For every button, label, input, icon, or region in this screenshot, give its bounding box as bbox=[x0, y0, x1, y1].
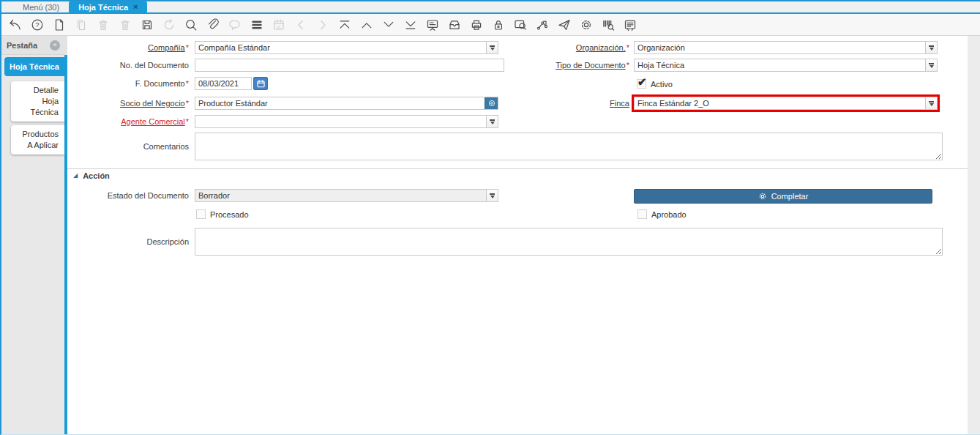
tipo-documento-input[interactable] bbox=[635, 59, 925, 71]
label-f-documento: F. Documento* bbox=[67, 77, 189, 90]
sidebar-tab-hoja-tecnica[interactable]: Hoja Técnica bbox=[4, 57, 64, 76]
label-no-documento: No. del Documento bbox=[67, 59, 189, 72]
label-tipo-documento: Tipo de Documento* bbox=[477, 59, 629, 72]
label-descripcion: Descripción bbox=[67, 235, 189, 248]
grid-toggle-icon[interactable] bbox=[249, 17, 265, 33]
sidebar-collapse-icon[interactable]: « bbox=[50, 40, 60, 51]
svg-text:31: 31 bbox=[277, 24, 281, 29]
label-compania: Compañía* bbox=[67, 41, 189, 54]
print-icon[interactable] bbox=[468, 17, 485, 33]
sidebar-tab-detalle-hoja-tecnica[interactable]: Detalle Hoja Técnica bbox=[11, 81, 64, 122]
finca-highlight-box bbox=[632, 94, 940, 112]
report-icon[interactable] bbox=[424, 17, 441, 33]
form-panel: Compañía* Organización.* No. del Documen… bbox=[67, 36, 968, 434]
procesado-checkbox[interactable] bbox=[196, 209, 206, 219]
parent-record-icon bbox=[293, 17, 309, 33]
accion-section-header: ◢ Acción bbox=[73, 171, 110, 180]
estado-documento-dropdown-icon[interactable] bbox=[486, 190, 498, 201]
window-tabbar: Menú (30) Hoja Técnica × bbox=[1, 1, 980, 14]
toolbar: ?31 bbox=[1, 14, 980, 36]
last-record-icon[interactable] bbox=[403, 17, 419, 33]
agente-comercial-input[interactable] bbox=[195, 116, 486, 127]
first-record-icon[interactable] bbox=[337, 17, 353, 33]
archive-icon[interactable] bbox=[446, 17, 463, 33]
attachment-icon[interactable] bbox=[205, 17, 221, 33]
tab-hoja-tecnica-label: Hoja Técnica bbox=[78, 3, 128, 12]
zoom-across-icon[interactable] bbox=[512, 17, 528, 33]
estado-documento-combobox bbox=[195, 189, 498, 202]
activo-checkbox[interactable]: ✔ bbox=[637, 79, 646, 89]
calendar-icon: 31 bbox=[271, 17, 287, 33]
collapse-section-icon[interactable]: ◢ bbox=[73, 173, 78, 179]
chat-icon bbox=[227, 17, 243, 33]
socio-negocio-searchbox bbox=[195, 97, 498, 110]
sidebar-header: Pestaña « bbox=[1, 36, 64, 55]
close-tab-icon[interactable]: × bbox=[133, 3, 138, 11]
tab-hoja-tecnica[interactable]: Hoja Técnica × bbox=[69, 1, 147, 12]
label-estado-documento: Estado del Documento bbox=[67, 189, 189, 202]
scrollbar-track bbox=[968, 36, 980, 434]
organizacion-dropdown-icon[interactable] bbox=[925, 42, 937, 53]
undo-icon[interactable] bbox=[7, 17, 23, 33]
finca-input[interactable] bbox=[635, 97, 925, 109]
lock-icon[interactable] bbox=[490, 17, 506, 33]
label-agente-comercial: Agente Comercial* bbox=[67, 115, 189, 128]
finca-dropdown-icon[interactable] bbox=[925, 97, 937, 109]
refresh-icon bbox=[161, 17, 177, 33]
calendar-picker-icon[interactable] bbox=[253, 77, 268, 90]
app-window: Menú (30) Hoja Técnica × ?31 Pestaña « H… bbox=[0, 0, 980, 435]
compania-input[interactable] bbox=[195, 42, 486, 53]
barcode-reader-icon[interactable] bbox=[600, 17, 616, 33]
content: Pestaña « Hoja Técnica Detalle Hoja Técn… bbox=[1, 36, 980, 434]
activo-label: Activo bbox=[651, 79, 673, 89]
send-mail-icon[interactable] bbox=[556, 17, 572, 33]
f-documento-input[interactable] bbox=[195, 77, 252, 90]
completar-button[interactable]: Completar bbox=[634, 189, 932, 204]
sidebar: Pestaña « Hoja Técnica Detalle Hoja Técn… bbox=[1, 36, 64, 434]
aprobado-label: Aprobado bbox=[651, 209, 687, 220]
label-comentarios: Comentarios bbox=[67, 140, 189, 153]
sidebar-tab-label: Hoja Técnica bbox=[10, 62, 59, 71]
next-record-icon[interactable] bbox=[381, 17, 397, 33]
no-documento-input[interactable] bbox=[195, 59, 504, 72]
estado-documento-input[interactable] bbox=[195, 190, 486, 201]
completar-label: Completar bbox=[771, 192, 809, 201]
procesado-checkbox-row: Procesado bbox=[196, 209, 249, 220]
finca-combobox bbox=[634, 97, 938, 110]
compania-combobox bbox=[195, 41, 498, 54]
agente-comercial-combobox bbox=[195, 115, 498, 128]
preferences-icon[interactable] bbox=[578, 17, 594, 33]
tab-menu-label: Menú (30) bbox=[23, 3, 59, 12]
activo-checkbox-row: ✔ Activo bbox=[637, 79, 673, 89]
previous-record-icon[interactable] bbox=[359, 17, 375, 33]
copy-record-icon bbox=[73, 17, 89, 33]
report-panel-icon[interactable] bbox=[622, 17, 638, 33]
procesado-label: Procesado bbox=[210, 209, 249, 220]
section-separator bbox=[67, 168, 968, 169]
tipo-documento-dropdown-icon[interactable] bbox=[925, 59, 937, 71]
accion-title: Acción bbox=[83, 171, 110, 180]
delete-record-icon bbox=[95, 17, 111, 33]
agente-comercial-dropdown-icon[interactable] bbox=[486, 116, 498, 127]
descripcion-textarea[interactable] bbox=[195, 228, 943, 256]
check-mark-icon: ✔ bbox=[637, 75, 647, 89]
gear-icon bbox=[758, 192, 767, 201]
detail-record-icon bbox=[315, 17, 331, 33]
tab-menu[interactable]: Menú (30) bbox=[13, 1, 69, 12]
sidebar-tab-productos-a-aplicar[interactable]: Productos A Aplicar bbox=[11, 125, 64, 155]
new-record-icon[interactable] bbox=[51, 17, 67, 33]
svg-text:?: ? bbox=[35, 21, 39, 29]
label-socio-negocio: Socio del Negocio* bbox=[67, 97, 189, 110]
label-finca: Finca bbox=[477, 97, 629, 110]
workflow-icon[interactable] bbox=[534, 17, 550, 33]
organizacion-combobox bbox=[634, 41, 938, 54]
save-icon[interactable] bbox=[139, 17, 155, 33]
sidebar-title: Pestaña bbox=[7, 41, 37, 50]
aprobado-checkbox[interactable] bbox=[637, 209, 647, 219]
socio-negocio-input[interactable] bbox=[195, 97, 485, 109]
help-icon[interactable]: ? bbox=[29, 17, 45, 33]
find-icon[interactable] bbox=[183, 17, 199, 33]
organizacion-input[interactable] bbox=[635, 42, 925, 53]
comentarios-textarea[interactable] bbox=[195, 133, 943, 160]
label-organizacion: Organización.* bbox=[477, 41, 629, 54]
